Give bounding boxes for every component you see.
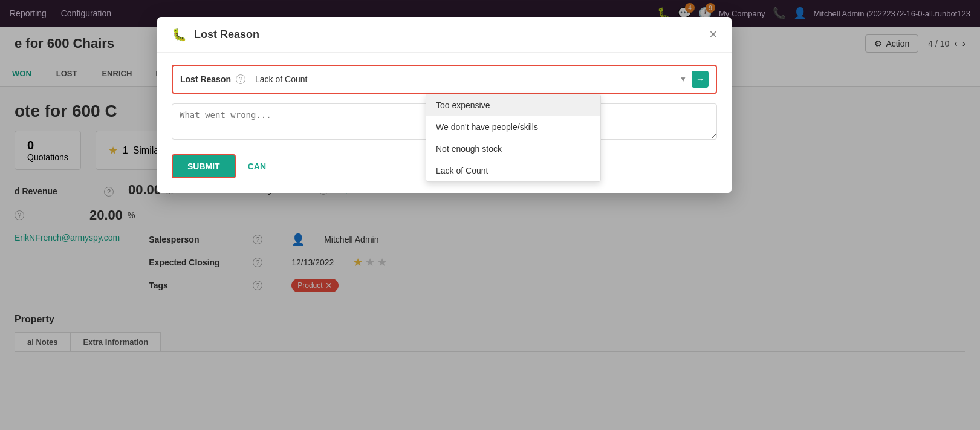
lost-reason-row: Lost Reason ? Lack of Count ▼ → [172, 65, 717, 94]
lost-reason-select[interactable]: Lack of Count ▼ → [255, 71, 709, 88]
dropdown-item-no-stock[interactable]: Not enough stock [426, 138, 600, 160]
lost-reason-label: Lost Reason [180, 74, 231, 84]
modal-bug-icon: 🐛 [172, 27, 187, 42]
dropdown-item-lack-of-count[interactable]: Lack of Count [426, 160, 600, 181]
submit-button[interactable]: SUBMIT [172, 154, 236, 178]
dropdown-item-too-expensive[interactable]: Too expensive [426, 94, 600, 116]
modal-title: Lost Reason [194, 28, 709, 41]
go-button[interactable]: → [692, 71, 709, 88]
modal-header: 🐛 Lost Reason × [157, 17, 732, 53]
selected-value: Lack of Count [255, 74, 680, 84]
dropdown-item-no-skills[interactable]: We don't have people/skills [426, 116, 600, 138]
lost-reason-dropdown: Too expensive We don't have people/skill… [426, 94, 601, 182]
dropdown-arrow-icon[interactable]: ▼ [680, 75, 687, 83]
modal-close-button[interactable]: × [709, 27, 717, 42]
lost-reason-modal: 🐛 Lost Reason × Lost Reason ? Lack of Co… [157, 17, 732, 193]
modal-body: Lost Reason ? Lack of Count ▼ → Too expe… [157, 53, 732, 154]
cancel-button[interactable]: CAN [243, 154, 271, 178]
lost-reason-help-icon[interactable]: ? [236, 74, 245, 84]
